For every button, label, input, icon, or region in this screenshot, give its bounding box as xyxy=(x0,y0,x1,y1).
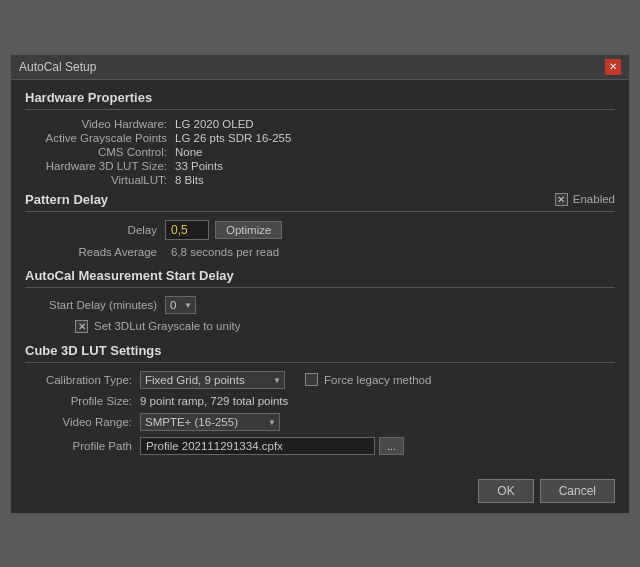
close-button[interactable]: ✕ xyxy=(605,59,621,75)
calibration-type-label: Calibration Type: xyxy=(35,374,140,386)
enabled-checkbox[interactable]: ✕ xyxy=(555,193,568,206)
cancel-button[interactable]: Cancel xyxy=(540,479,615,503)
profile-path-row: Profile Path ... xyxy=(35,437,615,455)
pattern-delay-header: Pattern Delay xyxy=(25,192,108,207)
set-3dlut-label: Set 3DLut Grayscale to unity xyxy=(94,320,240,332)
set-3dlut-row: ✕ Set 3DLut Grayscale to unity xyxy=(75,320,615,333)
start-delay-label: Start Delay (minutes) xyxy=(35,299,165,311)
dialog-footer: OK Cancel xyxy=(11,471,629,513)
profile-size-label: Profile Size: xyxy=(35,395,140,407)
prop-label-hw3dlut: Hardware 3D LUT Size: xyxy=(35,160,175,172)
video-range-label: Video Range: xyxy=(35,416,140,428)
start-delay-select-wrap: 0 1 2 5 xyxy=(165,296,196,314)
pattern-delay-section: Pattern Delay ✕ Enabled xyxy=(25,192,615,212)
video-range-select-wrap: SMPTE+ (16-255) Full (0-255) xyxy=(140,413,280,431)
prop-value-cms-control: None xyxy=(175,146,615,158)
dialog-title: AutoCal Setup xyxy=(19,60,96,74)
start-delay-row: Start Delay (minutes) 0 1 2 5 xyxy=(35,296,615,314)
reads-avg-label: Reads Average xyxy=(35,246,165,258)
profile-path-input[interactable] xyxy=(140,437,375,455)
browse-button[interactable]: ... xyxy=(379,437,404,455)
ok-button[interactable]: OK xyxy=(478,479,533,503)
video-range-row: Video Range: SMPTE+ (16-255) Full (0-255… xyxy=(35,413,615,431)
prop-label-active-grayscale: Active Grayscale Points xyxy=(35,132,175,144)
force-legacy-label: Force legacy method xyxy=(324,374,431,386)
prop-label-virtuallut: VirtualLUT: xyxy=(35,174,175,186)
calibration-type-select[interactable]: Fixed Grid, 9 points Fixed Grid, 17 poin… xyxy=(140,371,285,389)
prop-value-virtuallut: 8 Bits xyxy=(175,174,615,186)
cube-3d-lut-header: Cube 3D LUT Settings xyxy=(25,343,615,363)
start-delay-select[interactable]: 0 1 2 5 xyxy=(165,296,196,314)
calibration-type-row: Calibration Type: Fixed Grid, 9 points F… xyxy=(35,371,615,389)
autocal-setup-dialog: AutoCal Setup ✕ Hardware Properties Vide… xyxy=(10,54,630,514)
prop-value-video-hardware: LG 2020 OLED xyxy=(175,118,615,130)
delay-input[interactable] xyxy=(165,220,209,240)
prop-value-active-grayscale: LG 26 pts SDR 16-255 xyxy=(175,132,615,144)
delay-label: Delay xyxy=(35,224,165,236)
force-legacy-wrap: Force legacy method xyxy=(305,373,431,386)
enabled-label: Enabled xyxy=(573,193,615,205)
force-legacy-checkbox[interactable] xyxy=(305,373,318,386)
dialog-content: Hardware Properties Video Hardware: LG 2… xyxy=(11,80,629,471)
prop-label-video-hardware: Video Hardware: xyxy=(35,118,175,130)
hardware-properties-header: Hardware Properties xyxy=(25,90,615,110)
prop-label-cms-control: CMS Control: xyxy=(35,146,175,158)
reads-avg-row: Reads Average 6,8 seconds per read xyxy=(35,246,615,258)
profile-path-label: Profile Path xyxy=(35,440,140,452)
delay-row: Delay Optimize xyxy=(35,220,615,240)
reads-avg-value: 6,8 seconds per read xyxy=(171,246,279,258)
video-range-select[interactable]: SMPTE+ (16-255) Full (0-255) xyxy=(140,413,280,431)
autocal-start-delay-header: AutoCal Measurement Start Delay xyxy=(25,268,615,288)
title-bar: AutoCal Setup ✕ xyxy=(11,55,629,80)
profile-size-row: Profile Size: 9 point ramp, 729 total po… xyxy=(35,395,615,407)
prop-value-hw3dlut: 33 Points xyxy=(175,160,615,172)
optimize-button[interactable]: Optimize xyxy=(215,221,282,239)
enabled-row: ✕ Enabled xyxy=(555,193,615,206)
hardware-properties-grid: Video Hardware: LG 2020 OLED Active Gray… xyxy=(35,118,615,186)
calibration-type-select-wrap: Fixed Grid, 9 points Fixed Grid, 17 poin… xyxy=(140,371,285,389)
set-3dlut-checkbox[interactable]: ✕ xyxy=(75,320,88,333)
profile-size-value: 9 point ramp, 729 total points xyxy=(140,395,288,407)
